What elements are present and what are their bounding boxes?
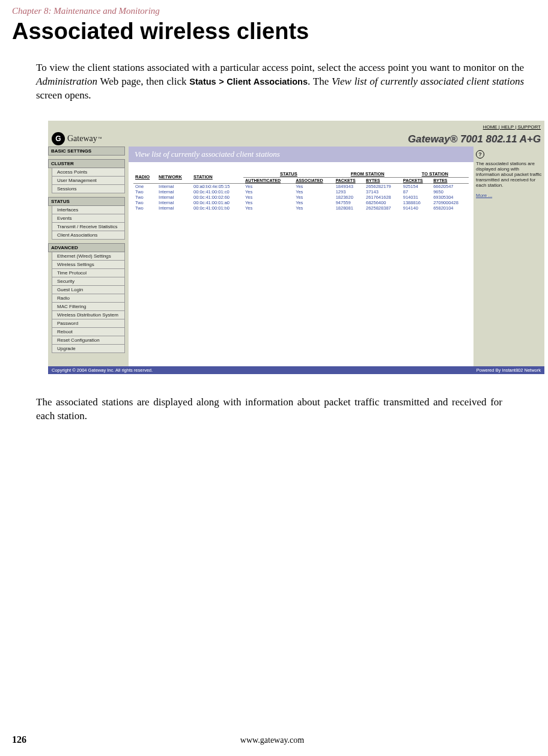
nav-access-points[interactable]: Access Points xyxy=(52,168,125,177)
nav-radio[interactable]: Radio xyxy=(52,294,125,303)
cell-auth: Yes xyxy=(243,195,294,200)
cell-station: 00:a0:b0:4e:05:15 xyxy=(192,183,243,189)
link-home[interactable]: HOME xyxy=(483,124,498,130)
nav-user-mgmt[interactable]: User Management xyxy=(52,177,125,185)
link-support[interactable]: SUPPORT xyxy=(517,124,541,130)
cell-network: Internal xyxy=(157,183,192,189)
help-text: The associated stations are displayed al… xyxy=(476,161,542,188)
cell-assoc: Yes xyxy=(294,195,334,200)
th-fpackets[interactable]: PACKETS xyxy=(334,177,364,183)
cell-radio: Two xyxy=(133,189,157,195)
ss-toplinks: HOME | HELP | SUPPORT xyxy=(408,124,541,130)
th-fbytes[interactable]: BYTES xyxy=(364,177,401,183)
ss-topbar: G Gateway™ HOME | HELP | SUPPORT Gateway… xyxy=(48,121,544,147)
text-fragment: . The xyxy=(308,76,332,87)
cell-assoc: Yes xyxy=(294,189,334,195)
nav-guest[interactable]: Guest Login xyxy=(52,286,125,294)
table-row: TwoInternal00:0c:41:00:01:a0YesYes947559… xyxy=(133,200,469,205)
nav-macfilter[interactable]: MAC Filtering xyxy=(52,303,125,311)
th-from: FROM STATION xyxy=(334,171,401,178)
nav-reboot[interactable]: Reboot xyxy=(52,328,125,336)
table-row: TwoInternal00:0c:41:00:01:c0YesYes129337… xyxy=(133,189,469,195)
cell-tb: 2709000428 xyxy=(431,200,469,205)
cell-station: 00:0c:41:00:01:c0 xyxy=(192,189,243,195)
cell-radio: One xyxy=(133,183,157,189)
cell-tp: 1388816 xyxy=(401,200,431,205)
th-station[interactable]: STATION xyxy=(192,171,243,184)
nav-wireless[interactable]: Wireless Settings xyxy=(52,261,125,269)
logo-text: Gateway xyxy=(67,134,97,144)
th-assoc[interactable]: ASSOCIATED xyxy=(294,177,334,183)
footer-copyright: Copyright © 2004 Gateway Inc. All rights… xyxy=(52,367,153,373)
nav-basic-heading[interactable]: BASIC SETTINGS xyxy=(48,147,125,156)
cell-assoc: Yes xyxy=(294,183,334,189)
nav-sessions[interactable]: Sessions xyxy=(52,185,125,193)
table-row: OneInternal00:a0:b0:4e:05:15YesYes184934… xyxy=(133,183,469,189)
link-help[interactable]: HELP xyxy=(501,124,514,130)
th-radio[interactable]: RADIO xyxy=(133,171,157,184)
cell-assoc: Yes xyxy=(294,205,334,211)
table-row: TwoInternal00:0c:41:00:02:60YesYes182362… xyxy=(133,195,469,200)
cell-fp: 1849343 xyxy=(334,183,364,189)
cell-fp: 1293 xyxy=(334,189,364,195)
cell-tb: 9650 xyxy=(431,189,469,195)
cell-fb: 2617641628 xyxy=(364,195,401,200)
cell-fb: 37143 xyxy=(364,189,401,195)
th-auth[interactable]: AUTHENTICATED xyxy=(243,177,294,183)
cell-tb: 65820104 xyxy=(431,205,469,211)
cell-tp: 914140 xyxy=(401,205,431,211)
cell-tb: 69305304 xyxy=(431,195,469,200)
footer-powered: Powered By Instant802 Network xyxy=(476,367,541,373)
nav-reset[interactable]: Reset Configuration xyxy=(52,336,125,345)
cell-radio: Two xyxy=(133,195,157,200)
trademark: ™ xyxy=(98,136,102,141)
help-more-link[interactable]: More ... xyxy=(476,193,492,198)
page-url: www.gateway.com xyxy=(240,736,304,745)
cell-station: 00:0c:41:00:02:60 xyxy=(192,195,243,200)
ss-main: View list of currently associated client… xyxy=(129,147,473,366)
help-icon: ? xyxy=(476,150,484,159)
gateway-logo-icon: G xyxy=(52,132,65,145)
nav-upgrade[interactable]: Upgrade xyxy=(52,345,125,353)
client-table: RADIO NETWORK STATION STATUS FROM STATIO… xyxy=(133,171,469,211)
text-fragment: To view the client stations associated w… xyxy=(36,62,524,73)
ss-topright: HOME | HELP | SUPPORT Gateway® 7001 802.… xyxy=(408,124,541,145)
nav-security[interactable]: Security xyxy=(52,277,125,286)
nav-password[interactable]: Password xyxy=(52,319,125,328)
ss-logo: G Gateway™ xyxy=(52,132,102,145)
screen-ref: View list of currently associated client… xyxy=(332,76,524,87)
cell-network: Internal xyxy=(157,195,192,200)
cell-fp: 947559 xyxy=(334,200,364,205)
text-fragment: Web page, then click xyxy=(97,76,189,87)
nav-advanced-heading: ADVANCED xyxy=(48,243,125,252)
nav-events[interactable]: Events xyxy=(52,214,125,223)
intro-paragraph: To view the client stations associated w… xyxy=(36,61,524,103)
product-name: Gateway® 7001 802.11 A+G xyxy=(408,133,541,145)
nav-client-assoc[interactable]: Client Associations xyxy=(52,231,125,240)
cell-tp: 914031 xyxy=(401,195,431,200)
cell-station: 00:0c:41:00:01:a0 xyxy=(192,200,243,205)
th-network[interactable]: NETWORK xyxy=(157,171,192,184)
cell-tb: 66620547 xyxy=(431,183,469,189)
nav-interfaces[interactable]: Interfaces xyxy=(52,206,125,214)
cell-radio: Two xyxy=(133,205,157,211)
cell-fp: 1823620 xyxy=(334,195,364,200)
th-tpackets[interactable]: PACKETS xyxy=(401,177,431,183)
admin-ref: Administration xyxy=(36,76,97,87)
ss-body: BASIC SETTINGS CLUSTER Access Points Use… xyxy=(48,147,544,366)
nav-time[interactable]: Time Protocol xyxy=(52,269,125,277)
cell-auth: Yes xyxy=(243,200,294,205)
page-footer: 126 www.gateway.com xyxy=(12,734,536,745)
nav-ref: Status > Client Associations xyxy=(189,77,308,86)
cell-fb: 68256400 xyxy=(364,200,401,205)
nav-wds[interactable]: Wireless Distribution System xyxy=(52,311,125,319)
nav-ethernet[interactable]: Ethernet (Wired) Settings xyxy=(52,252,125,261)
page-number: 126 xyxy=(12,734,26,745)
nav-cluster-heading: CLUSTER xyxy=(48,159,125,168)
th-tbytes[interactable]: BYTES xyxy=(431,177,469,183)
nav-stats[interactable]: Transmit / Receive Statistics xyxy=(52,223,125,231)
cell-network: Internal xyxy=(157,189,192,195)
cell-fb: 2625828387 xyxy=(364,205,401,211)
chapter-header: Chapter 8: Maintenance and Monitoring xyxy=(12,6,536,16)
main-header: View list of currently associated client… xyxy=(129,147,473,162)
